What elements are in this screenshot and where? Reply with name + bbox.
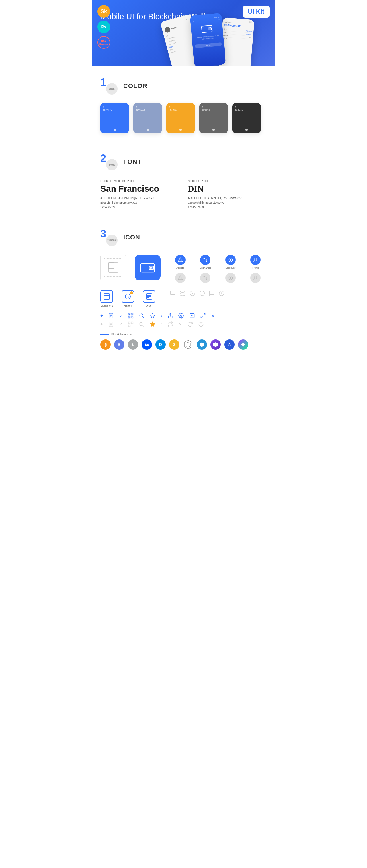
iota-icon xyxy=(183,339,193,350)
chat-bubble-icon xyxy=(209,290,215,297)
svg-rect-58 xyxy=(129,322,131,324)
doc-icon-gray xyxy=(108,321,114,327)
color-section-number: 1 ONE xyxy=(101,78,117,95)
star-icon-highlight xyxy=(150,321,156,327)
icon-exchange-gray xyxy=(194,273,217,283)
svg-marker-70 xyxy=(213,342,218,347)
misc-icons xyxy=(170,290,225,297)
svg-line-53 xyxy=(201,316,202,318)
svg-rect-17 xyxy=(104,293,110,299)
toolbar-icons-gray: + ✓ ‹ xyxy=(101,321,266,327)
icon-layout: Assets Exchange xyxy=(101,255,266,283)
sketch-badge: Sk xyxy=(97,5,110,18)
litecoin-icon: Ł xyxy=(128,339,138,350)
upload-icon xyxy=(189,313,195,318)
doc-icon xyxy=(108,313,114,318)
svg-line-62 xyxy=(143,326,144,327)
qr-icon xyxy=(128,313,134,318)
qr-icon-gray xyxy=(128,321,134,327)
stack-icon xyxy=(179,290,186,297)
star-icon xyxy=(150,313,156,318)
badge-group: Sk Ps 60+ Screens xyxy=(97,5,110,49)
svg-point-75 xyxy=(242,343,244,347)
svg-marker-63 xyxy=(150,322,155,327)
font-section-header: 2 TWO FONT xyxy=(101,153,266,170)
icon-assets-gray xyxy=(169,273,192,283)
svg-point-15 xyxy=(230,277,231,279)
chevron-left-icon: ‹ xyxy=(161,313,162,318)
icon-discover-gray xyxy=(219,273,242,283)
svg-rect-59 xyxy=(131,322,133,324)
plus-icon: + xyxy=(101,313,103,318)
plus-icon-gray: + xyxy=(101,322,103,327)
font-title: FONT xyxy=(123,158,142,165)
search-icon xyxy=(139,313,144,318)
waves-icon xyxy=(142,339,152,350)
color-title: COLOR xyxy=(123,82,147,90)
swatch-black: #303030 xyxy=(232,103,261,133)
svg-line-46 xyxy=(143,317,144,318)
main-content: 1 ONE COLOR #3574FA #8DA0C8 #F5A623 xyxy=(92,66,275,367)
screens-badge: 60+ Screens xyxy=(97,36,110,49)
svg-rect-38 xyxy=(129,314,130,314)
svg-marker-67 xyxy=(185,340,192,349)
share-icon xyxy=(167,313,173,318)
color-section-header: 1 ONE COLOR xyxy=(101,78,266,95)
toolbar-icons-blue: + ✓ xyxy=(101,313,266,318)
icon-profile-gray xyxy=(245,273,267,283)
svg-point-11 xyxy=(230,259,231,261)
icon-management: Mangment xyxy=(101,290,113,307)
svg-marker-9 xyxy=(178,258,182,262)
icon-assets: Assets xyxy=(169,255,192,269)
icon-discover: Discover xyxy=(219,255,242,269)
svg-rect-60 xyxy=(129,325,131,327)
icon-title: ICON xyxy=(123,234,140,241)
svg-marker-69 xyxy=(200,342,204,347)
close-icon: ✕ xyxy=(211,313,215,318)
dash-icon: D xyxy=(156,339,166,350)
svg-point-27 xyxy=(200,291,205,296)
tab-icons-row: Mangment ! History xyxy=(101,290,266,307)
info-icon-gray xyxy=(198,321,204,327)
icon-section: 3 THREE ICON xyxy=(101,217,266,367)
icon-section-number: 3 THREE xyxy=(101,229,117,246)
phone-center: 9:41 ▲ × + Character may be mastercard i… xyxy=(190,13,226,66)
blockchain-label: BlockChain Icon xyxy=(101,333,266,336)
icon-exchange: Exchange xyxy=(194,255,217,269)
blockchain-line xyxy=(101,334,109,335)
settings-icon xyxy=(178,313,184,318)
svg-rect-40 xyxy=(129,317,130,317)
svg-marker-47 xyxy=(150,313,155,318)
svg-point-26 xyxy=(180,291,185,293)
arrows-icon-gray xyxy=(167,321,173,327)
circle-icon xyxy=(199,290,205,297)
color-swatches: #3574FA #8DA0C8 #F5A623 #666666 xyxy=(101,103,266,133)
svg-point-12 xyxy=(255,258,256,260)
svg-marker-13 xyxy=(178,276,182,280)
qtum-icon xyxy=(197,339,207,350)
font-section-number: 2 TWO xyxy=(101,153,117,170)
icon-wallet-filled xyxy=(135,255,161,280)
chat-icon xyxy=(170,290,176,297)
ethereum-icon: Ξ xyxy=(114,339,124,350)
svg-point-61 xyxy=(140,322,143,326)
font-din: Medium ' Bold DIN ABCDEFGHIJKLMNOPQRSTUV… xyxy=(188,179,266,209)
icon-guideline-box xyxy=(101,255,126,280)
check-icon-gray: ✓ xyxy=(119,322,123,327)
swatch-blue: #3574FA xyxy=(101,103,129,133)
swatch-orange: #F5A623 xyxy=(166,103,195,133)
chevron-left-icon-gray: ‹ xyxy=(161,322,162,327)
crypto-icons: ₿ Ξ Ł D Z xyxy=(101,339,266,350)
check-icon: ✓ xyxy=(119,313,123,318)
svg-point-16 xyxy=(255,276,256,278)
polymath-icon xyxy=(224,339,234,350)
font-section: 2 TWO FONT Regular ' Medium ' Bold San F… xyxy=(101,142,266,217)
resize-icon xyxy=(200,313,206,318)
svg-line-52 xyxy=(203,314,205,315)
zcash-icon: Z xyxy=(169,339,179,350)
moon-icon xyxy=(189,290,196,297)
svg-marker-68 xyxy=(186,342,190,347)
sol-icon xyxy=(238,339,248,350)
augur-icon xyxy=(210,339,221,350)
svg-rect-1 xyxy=(208,28,211,30)
